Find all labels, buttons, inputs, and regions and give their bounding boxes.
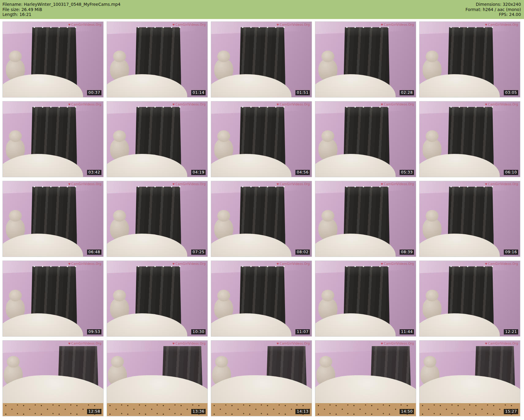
watermark: ♥ CamGirlVideos.Org [276,342,310,345]
video-thumbnail[interactable]: ♥ CamGirlVideos.Org 11:44 [315,261,416,337]
curtain-rings-shape [240,26,286,29]
timestamp-badge: 09:16 [504,250,518,255]
timestamp-badge: 11:07 [295,329,310,334]
video-thumbnail[interactable]: ♥ CamGirlVideos.Org 07:25 [107,181,208,257]
watermark: ♥ CamGirlVideos.Org [485,103,518,106]
watermark-text: CamGirlVideos.Org [384,342,414,345]
curtain-rings-shape [449,265,494,268]
watermark-logo-icon: ♥ [172,262,175,265]
format-line: Format: h264 / aac (mono) [465,7,521,12]
watermark-text: CamGirlVideos.Org [71,23,101,26]
video-thumbnail[interactable]: ♥ CamGirlVideos.Org 01:14 [107,21,208,97]
curtain-rings-shape [240,185,286,188]
watermark-logo-icon: ♥ [381,103,383,106]
video-thumbnail[interactable]: ♥ CamGirlVideos.Org 03:42 [2,101,104,177]
watermark-logo-icon: ♥ [172,103,175,106]
timestamp-badge: 14:50 [400,409,414,414]
watermark-text: CamGirlVideos.Org [176,262,206,265]
watermark-logo-icon: ♥ [172,183,175,186]
video-thumbnail[interactable]: ♥ CamGirlVideos.Org 08:39 [315,181,416,257]
watermark: ♥ CamGirlVideos.Org [276,103,310,106]
watermark-logo-icon: ♥ [172,23,175,26]
curtain-rings-shape [449,106,494,108]
timestamp-badge: 06:48 [87,250,101,255]
watermark-logo-icon: ♥ [485,103,487,106]
curtain-rings-shape [344,185,390,188]
video-thumbnail[interactable]: ♥ CamGirlVideos.Org 12:21 [419,261,520,337]
watermark-text: CamGirlVideos.Org [176,103,206,106]
watermark-text: CamGirlVideos.Org [71,182,101,186]
video-thumbnail[interactable]: ♥ CamGirlVideos.Org 11:07 [211,261,312,337]
video-thumbnail[interactable]: ♥ CamGirlVideos.Org 09:16 [419,181,520,257]
video-thumbnail[interactable]: ♥ CamGirlVideos.Org 04:56 [211,101,312,177]
timestamp-badge: 08:02 [295,250,310,255]
curtain-rings-shape [344,26,390,29]
watermark-logo-icon: ♥ [381,342,383,345]
curtain-rings-shape [344,106,390,108]
watermark: ♥ CamGirlVideos.Org [172,262,206,265]
video-thumbnail[interactable]: ♥ CamGirlVideos.Org 06:10 [419,101,520,177]
watermark-logo-icon: ♥ [68,183,70,186]
watermark-text: CamGirlVideos.Org [488,262,518,265]
video-thumbnail[interactable]: ♥ CamGirlVideos.Org 14:50 [315,340,416,416]
watermark-logo-icon: ♥ [68,262,70,265]
curtain-rings-shape [240,265,286,268]
watermark-logo-icon: ♥ [381,23,383,26]
curtain-rings-shape [136,106,181,108]
video-thumbnail[interactable]: ♥ CamGirlVideos.Org 02:28 [315,21,416,97]
timestamp-badge: 14:13 [295,409,310,414]
video-thumbnail[interactable]: ♥ CamGirlVideos.Org 03:05 [419,21,520,97]
watermark: ♥ CamGirlVideos.Org [172,103,206,106]
video-thumbnail[interactable]: ♥ CamGirlVideos.Org 09:53 [2,261,104,337]
timestamp-badge: 07:25 [191,250,206,255]
file-info-left: Filename: HarleyWinter_100317_0548_MyFre… [2,2,120,17]
watermark-text: CamGirlVideos.Org [280,262,310,265]
curtain-rings-shape [32,185,77,188]
watermark-logo-icon: ♥ [172,342,175,345]
timestamp-badge: 00:37 [87,90,101,95]
watermark: ♥ CamGirlVideos.Org [381,23,414,26]
watermark: ♥ CamGirlVideos.Org [172,342,206,345]
watermark-text: CamGirlVideos.Org [488,23,518,26]
watermark: ♥ CamGirlVideos.Org [381,262,414,265]
timestamp-badge: 03:05 [504,90,518,95]
curtain-rings-shape [32,265,77,268]
file-info-header: Filename: HarleyWinter_100317_0548_MyFre… [0,0,524,19]
filesize-line: File size: 26.49 MiB [2,7,120,12]
curtain-rings-shape [136,26,181,29]
watermark-text: CamGirlVideos.Org [280,182,310,186]
video-thumbnail[interactable]: ♥ CamGirlVideos.Org 12:58 [2,340,104,416]
video-thumbnail[interactable]: ♥ CamGirlVideos.Org 15:27 [419,340,520,416]
watermark-logo-icon: ♥ [276,103,279,106]
watermark: ♥ CamGirlVideos.Org [68,262,101,265]
video-thumbnail[interactable]: ♥ CamGirlVideos.Org 05:33 [315,101,416,177]
watermark-logo-icon: ♥ [68,103,70,106]
video-thumbnail[interactable]: ♥ CamGirlVideos.Org 08:02 [211,181,312,257]
video-thumbnail[interactable]: ♥ CamGirlVideos.Org 14:13 [211,340,312,416]
video-thumbnail[interactable]: ♥ CamGirlVideos.Org 06:48 [2,181,104,257]
watermark: ♥ CamGirlVideos.Org [485,262,518,265]
watermark: ♥ CamGirlVideos.Org [276,262,310,265]
watermark-text: CamGirlVideos.Org [71,103,101,106]
watermark-text: CamGirlVideos.Org [488,342,518,345]
watermark: ♥ CamGirlVideos.Org [485,23,518,26]
curtain-rings-shape [136,265,181,268]
video-thumbnail[interactable]: ♥ CamGirlVideos.Org 04:19 [107,101,208,177]
video-thumbnail[interactable]: ♥ CamGirlVideos.Org 00:37 [2,21,104,97]
timestamp-badge: 01:51 [295,90,310,95]
watermark-text: CamGirlVideos.Org [384,182,414,186]
curtain-rings-shape [449,185,494,188]
video-thumbnail[interactable]: ♥ CamGirlVideos.Org 01:51 [211,21,312,97]
watermark-text: CamGirlVideos.Org [176,182,206,186]
watermark: ♥ CamGirlVideos.Org [172,23,206,26]
watermark: ♥ CamGirlVideos.Org [68,23,101,26]
timestamp-badge: 02:28 [400,90,414,95]
watermark: ♥ CamGirlVideos.Org [381,103,414,106]
length-line: Length: 16:21 [2,12,120,17]
watermark-text: CamGirlVideos.Org [488,182,518,186]
watermark-text: CamGirlVideos.Org [384,23,414,26]
curtain-rings-shape [32,106,77,108]
watermark-logo-icon: ♥ [68,23,70,26]
video-thumbnail[interactable]: ♥ CamGirlVideos.Org 13:36 [107,340,208,416]
video-thumbnail[interactable]: ♥ CamGirlVideos.Org 10:30 [107,261,208,337]
